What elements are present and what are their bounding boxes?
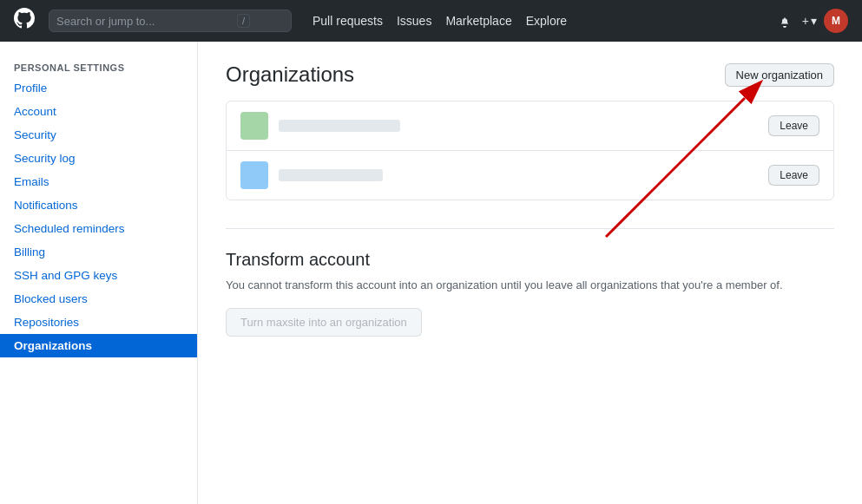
nav-explore[interactable]: Explore [526,14,567,28]
new-organization-button[interactable]: New organization [725,63,834,87]
sidebar-item-organizations[interactable]: Organizations [0,334,197,357]
plus-chevron-icon: ▾ [811,14,817,28]
transform-account-description: You cannot transform this account into a… [226,277,834,294]
main-nav: Pull requests Issues Marketplace Explore [313,14,567,28]
org-name-blurred [279,120,400,132]
org-list-item: Leave [227,151,833,200]
transform-account-button: Turn maxsite into an organization [226,308,422,337]
sidebar-item-emails[interactable]: Emails [0,170,197,193]
plus-icon: + [802,14,809,28]
transform-account-section: Transform account You cannot transform t… [226,228,834,337]
notifications-button[interactable] [774,10,795,31]
organizations-section-header: Organizations New organization [226,62,834,87]
header-actions: + ▾ M [774,9,848,33]
transform-account-title: Transform account [226,250,834,270]
nav-issues[interactable]: Issues [397,14,431,28]
sidebar-section-title: Personal settings [0,56,197,76]
org-list-item: Leave [227,101,833,151]
org-info [240,161,383,189]
slash-key-hint: / [237,14,250,28]
settings-sidebar: Personal settings Profile Account Securi… [0,42,198,504]
sidebar-item-repositories[interactable]: Repositories [0,311,197,334]
github-logo-icon[interactable] [14,8,35,34]
create-new-button[interactable]: + ▾ [802,14,817,28]
leave-org-button[interactable]: Leave [768,115,819,136]
sidebar-item-security-log[interactable]: Security log [0,147,197,170]
user-avatar[interactable]: M [824,9,848,33]
sidebar-item-profile[interactable]: Profile [0,76,197,100]
sidebar-item-blocked-users[interactable]: Blocked users [0,287,197,311]
organizations-title: Organizations [226,62,354,87]
org-name-blurred [279,169,383,181]
main-content: Organizations New organization Leave Lea… [198,42,862,504]
app-header: / Pull requests Issues Marketplace Explo… [0,0,862,42]
org-avatar [240,161,268,189]
sidebar-item-scheduled-reminders[interactable]: Scheduled reminders [0,217,197,240]
nav-marketplace[interactable]: Marketplace [445,14,511,28]
search-input[interactable] [56,15,230,28]
org-info [240,112,400,140]
org-avatar [240,112,268,140]
page-layout: Personal settings Profile Account Securi… [0,42,862,504]
search-bar[interactable]: / [49,10,292,32]
organizations-list: Leave Leave [226,101,834,200]
sidebar-item-ssh-gpg-keys[interactable]: SSH and GPG keys [0,264,197,287]
nav-pull-requests[interactable]: Pull requests [313,14,383,28]
sidebar-item-billing[interactable]: Billing [0,240,197,264]
sidebar-item-account[interactable]: Account [0,100,197,123]
sidebar-item-notifications[interactable]: Notifications [0,193,197,217]
sidebar-item-security[interactable]: Security [0,123,197,147]
leave-org-button[interactable]: Leave [768,165,819,186]
